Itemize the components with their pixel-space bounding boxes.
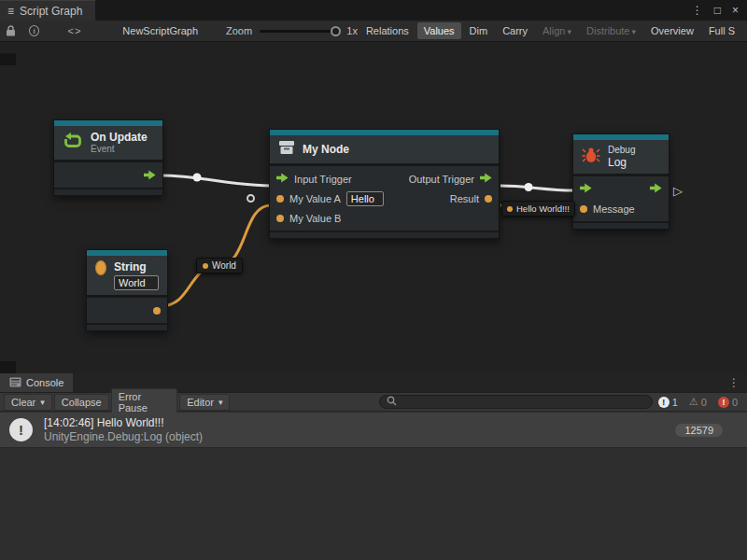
port-label-input-trigger: Input Trigger	[294, 174, 352, 185]
carry-pointer-icon: ▷	[673, 184, 683, 198]
zoom-value: 1x	[346, 25, 358, 36]
console-tab[interactable]: Console	[0, 373, 73, 392]
graph-canvas[interactable]: On Update Event My Nod	[0, 42, 747, 373]
zoom-slider[interactable]	[260, 30, 341, 33]
zoom-label: Zoom	[226, 25, 252, 36]
info-icon: !	[658, 397, 669, 408]
flow-output-port[interactable]	[480, 173, 492, 185]
flow-output-port[interactable]	[144, 170, 156, 180]
info-count[interactable]: ! 1	[653, 397, 684, 408]
wire-value-badge-world: World	[196, 258, 243, 273]
value-output-port[interactable]	[153, 307, 161, 315]
wire-outputtrigger-to-debug[interactable]	[500, 186, 573, 190]
window-titlebar: ≡ Script Graph ⋮ □ ×	[0, 0, 747, 21]
value-input-port[interactable]	[580, 205, 587, 213]
graph-toolbar: i <> NewScriptGraph Zoom 1x Relations Va…	[0, 21, 747, 42]
port-label-message: Message	[593, 203, 635, 215]
string-value-input[interactable]	[114, 275, 159, 290]
flow-input-port[interactable]	[580, 183, 592, 195]
node-string[interactable]: String	[86, 249, 168, 331]
value-output-port[interactable]	[485, 195, 492, 203]
unconnected-port-icon[interactable]	[247, 194, 255, 203]
wire-dot	[193, 174, 202, 182]
unity-editor-window: ≡ Script Graph ⋮ □ × i <> NewScriptGraph…	[0, 0, 747, 560]
port-label-output-trigger: Output Trigger	[409, 174, 474, 185]
inspect-icon[interactable]: i	[29, 25, 39, 36]
tab-menu-icon[interactable]: ≡	[7, 5, 14, 18]
node-title: String	[114, 260, 159, 273]
code-icon[interactable]: <>	[67, 25, 81, 36]
distribute-button[interactable]: Distribute▾	[580, 22, 642, 39]
value-input-port[interactable]	[276, 215, 284, 222]
box-icon	[278, 140, 295, 159]
info-log-icon: !	[9, 418, 33, 441]
collapse-button[interactable]: Collapse	[54, 394, 109, 411]
wire-string-to-myvaluea[interactable]	[161, 205, 271, 306]
relations-button[interactable]: Relations	[359, 22, 416, 39]
node-subtitle: Event	[91, 144, 148, 155]
console-more-button[interactable]: ⋮	[728, 376, 747, 389]
my-value-a-input[interactable]	[346, 191, 384, 206]
node-footer	[87, 323, 167, 330]
carry-button[interactable]: Carry	[496, 22, 534, 39]
window-maximize-button[interactable]: □	[714, 4, 721, 17]
node-debug-log[interactable]: Debug Log Message	[572, 133, 669, 230]
node-my-node[interactable]: My Node Input Trigger Output Trigger	[269, 129, 500, 239]
bug-icon	[582, 147, 600, 167]
value-input-port[interactable]	[276, 195, 284, 203]
clear-button[interactable]: Clear ▾	[4, 394, 52, 411]
log-line-2: UnityEngine.Debug:Log (object)	[44, 430, 203, 444]
node-on-update[interactable]: On Update Event	[53, 119, 163, 196]
node-footer	[573, 221, 669, 229]
warning-count[interactable]: ⚠ 0	[684, 397, 712, 408]
console-panel: Console ⋮ Clear ▾ Collapse Error Pause E…	[0, 373, 747, 560]
console-toolbar: Clear ▾ Collapse Error Pause Editor ▾ ! …	[0, 392, 747, 412]
log-count-badge: 12579	[675, 424, 723, 437]
graph-name: NewScriptGraph	[122, 25, 198, 36]
node-footer	[54, 188, 162, 195]
console-search-field[interactable]	[379, 395, 652, 409]
window-close-button[interactable]: ×	[732, 4, 739, 17]
window-more-button[interactable]: ⋮	[692, 4, 703, 17]
align-button[interactable]: Align▾	[536, 22, 578, 39]
wire-value-badge-hello-world: Hello World!!!	[501, 201, 575, 217]
node-title: Debug	[608, 145, 635, 156]
chevron-down-icon: ▾	[40, 398, 45, 407]
editor-button[interactable]: Editor ▾	[179, 394, 230, 411]
error-icon: !	[718, 397, 729, 408]
fullscreen-button[interactable]: Full S	[702, 22, 741, 39]
error-count[interactable]: ! 0	[712, 397, 743, 408]
wire-dot	[525, 183, 533, 191]
log-entry[interactable]: ! [14:02:46] Hello World!!! UnityEngine.…	[0, 413, 747, 448]
node-title: My Node	[303, 143, 349, 156]
search-icon	[387, 396, 397, 408]
tab-title: Script Graph	[20, 5, 82, 18]
value-dot-icon	[203, 263, 208, 269]
console-search-input[interactable]	[402, 397, 644, 408]
port-label-my-value-a: My Value A	[289, 193, 341, 204]
port-label-result: Result	[450, 193, 479, 204]
string-literal-icon	[95, 260, 106, 275]
wire-onupdate-to-inputtrigger[interactable]	[162, 175, 271, 186]
lock-icon[interactable]	[6, 25, 16, 36]
console-log-list: ! [14:02:46] Hello World!!! UnityEngine.…	[0, 413, 747, 560]
port-label-my-value-b: My Value B	[289, 213, 341, 224]
log-line-1: [14:02:46] Hello World!!!	[44, 415, 203, 430]
chevron-down-icon: ▾	[568, 27, 572, 36]
dim-button[interactable]: Dim	[463, 22, 495, 39]
console-icon	[9, 377, 21, 389]
values-button[interactable]: Values	[417, 22, 461, 39]
node-title: On Update	[91, 131, 148, 144]
node-subtitle: Log	[608, 156, 635, 169]
chevron-down-icon: ▾	[632, 27, 637, 36]
warning-icon: ⚠	[689, 397, 698, 407]
flow-input-port[interactable]	[276, 173, 289, 185]
node-footer	[270, 231, 499, 238]
zoom-knob[interactable]	[331, 26, 341, 36]
script-graph-tab[interactable]: ≡ Script Graph	[0, 0, 95, 21]
flow-output-port[interactable]	[650, 183, 662, 195]
overview-button[interactable]: Overview	[644, 22, 700, 39]
value-dot-icon	[507, 206, 513, 212]
error-pause-button[interactable]: Error Pause	[111, 388, 178, 416]
update-loop-icon	[63, 133, 83, 154]
